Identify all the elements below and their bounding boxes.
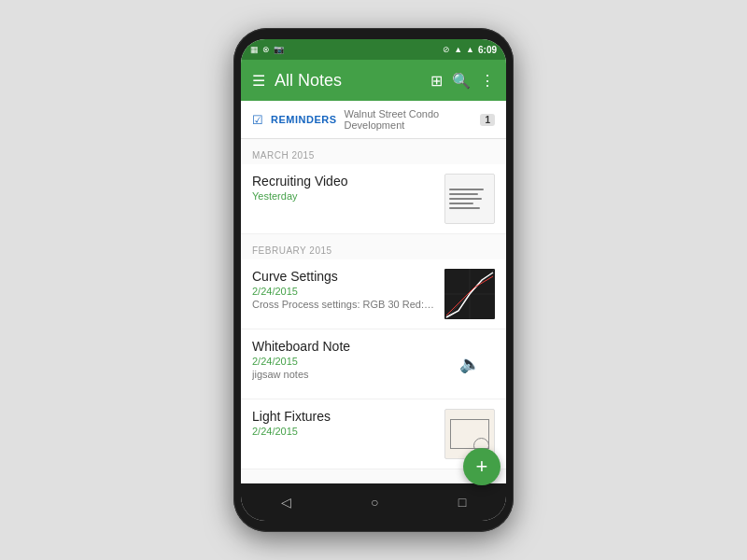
notes-list: ☑ REMINDERS Walnut Street Condo Developm… <box>241 101 506 483</box>
note-title: Light Fixtures <box>252 409 437 424</box>
wifi-icon: ▲ <box>454 45 462 54</box>
reminder-badge: 1 <box>480 114 495 126</box>
note-snippet: jigsaw notes <box>252 369 437 380</box>
curve-chart-svg <box>444 269 495 319</box>
note-content-recruiting: Recruiting Video Yesterday <box>252 174 437 203</box>
recent-button[interactable]: □ <box>458 495 466 510</box>
note-date: Yesterday <box>252 190 437 202</box>
clock: 6:09 <box>478 45 497 55</box>
audio-icon: 🔈 <box>459 354 480 374</box>
signal-icon: ▲ <box>466 45 474 54</box>
hw-line-1 <box>449 189 484 190</box>
hw-line-4 <box>449 203 473 204</box>
note-title: Whiteboard Note <box>252 339 437 354</box>
no-sim-icon: ⊘ <box>443 45 450 54</box>
hw-line-3 <box>449 198 482 200</box>
status-right-icons: ⊘ ▲ ▲ 6:09 <box>443 45 497 55</box>
note-snippet: Cross Process settings: RGB 30 Red: 42 B… <box>252 299 437 310</box>
reminder-banner[interactable]: ☑ REMINDERS Walnut Street Condo Developm… <box>241 101 506 139</box>
hw-line-5 <box>449 207 480 209</box>
camera-icon: 📷 <box>274 45 284 54</box>
note-title: Recruiting Video <box>252 174 437 189</box>
note-item-recruiting-video[interactable]: Recruiting Video Yesterday <box>241 164 506 234</box>
fab-new-note[interactable]: + <box>463 448 500 485</box>
note-thumbnail-curve <box>444 269 495 319</box>
note-title: Curve Settings <box>252 269 437 284</box>
more-icon[interactable]: ⋮ <box>480 72 495 90</box>
phone-screen: ▦ ⊗ 📷 ⊘ ▲ ▲ 6:09 ☰ All Notes ⊞ 🔍 ⋮ <box>241 39 506 521</box>
section-header-february: FEBRUARY 2015 <box>241 234 506 259</box>
fab-plus-icon: + <box>476 456 488 477</box>
home-button[interactable]: ○ <box>371 495 378 510</box>
note-date: 2/24/2015 <box>252 356 437 367</box>
reminder-text: Walnut Street Condo Development <box>345 108 473 131</box>
new-note-icon[interactable]: ⊞ <box>430 72 443 90</box>
lock-icon: ⊗ <box>262 45 270 54</box>
reminder-icon: ☑ <box>252 113 263 127</box>
note-item-curve-settings[interactable]: Curve Settings 2/24/2015 Cross Process s… <box>241 259 506 329</box>
menu-icon[interactable]: ☰ <box>252 72 265 90</box>
bottom-navigation: ◁ ○ □ <box>241 483 506 521</box>
app-title: All Notes <box>275 71 421 91</box>
note-date: 2/24/2015 <box>252 426 437 437</box>
reminder-label: REMINDERS <box>271 114 337 125</box>
status-bar: ▦ ⊗ 📷 ⊘ ▲ ▲ 6:09 <box>241 39 506 60</box>
app-bar: ☰ All Notes ⊞ 🔍 ⋮ <box>241 60 506 101</box>
note-thumbnail-audio: 🔈 <box>444 339 495 389</box>
app-bar-actions: ⊞ 🔍 ⋮ <box>430 72 495 90</box>
phone-device: ▦ ⊗ 📷 ⊘ ▲ ▲ 6:09 ☰ All Notes ⊞ 🔍 ⋮ <box>233 28 514 532</box>
note-thumbnail-handwriting <box>444 174 495 224</box>
sim-icon: ▦ <box>250 45 259 54</box>
back-button[interactable]: ◁ <box>281 495 291 510</box>
search-icon[interactable]: 🔍 <box>452 72 471 90</box>
note-date: 2/24/2015 <box>252 286 437 297</box>
note-content-light: Light Fixtures 2/24/2015 <box>252 409 437 439</box>
section-header-march: MARCH 2015 <box>241 139 506 164</box>
note-content-curve: Curve Settings 2/24/2015 Cross Process s… <box>252 269 437 310</box>
status-left-icons: ▦ ⊗ 📷 <box>250 45 284 54</box>
hw-line-2 <box>449 193 478 195</box>
note-content-whiteboard: Whiteboard Note 2/24/2015 jigsaw notes <box>252 339 437 380</box>
note-item-whiteboard[interactable]: Whiteboard Note 2/24/2015 jigsaw notes 🔈 <box>241 329 506 399</box>
